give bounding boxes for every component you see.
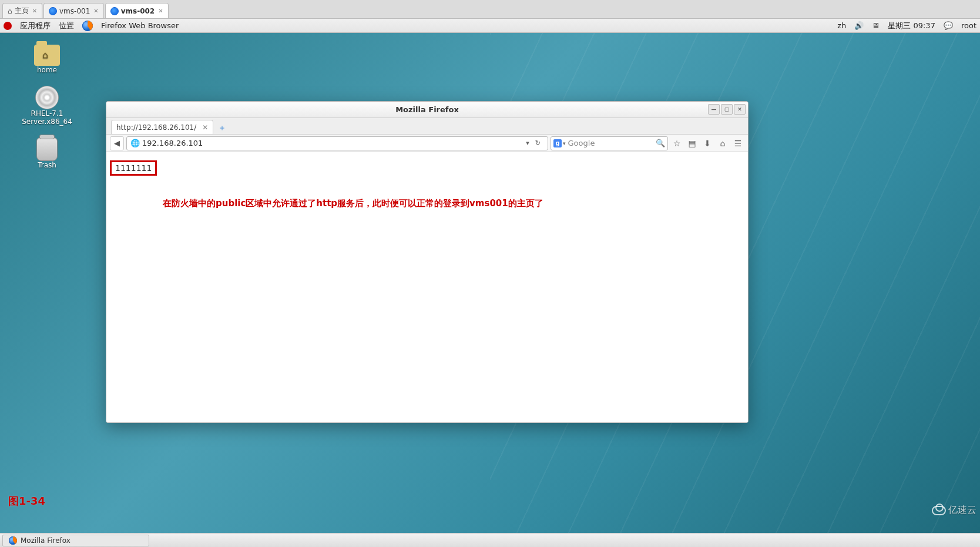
folder-icon <box>34 45 60 66</box>
tab-title: http://192.168.26.101/ <box>116 123 196 132</box>
window-title: Mozilla Firefox <box>395 105 459 114</box>
page-body-text: 1111111 <box>110 160 157 176</box>
running-app-label[interactable]: Firefox Web Browser <box>101 21 179 30</box>
desktop-icons: home RHEL-7.1 Server.x86_64 Trash <box>12 45 82 169</box>
close-button[interactable]: ✕ <box>734 104 746 115</box>
firefox-icon <box>49 7 57 15</box>
firefox-icon <box>9 536 17 545</box>
close-icon[interactable]: ✕ <box>32 8 37 14</box>
cloud-icon <box>932 506 946 515</box>
desktop-icon-disc[interactable]: RHEL-7.1 Server.x86_64 <box>12 86 82 126</box>
icon-label: Trash <box>38 161 56 169</box>
downloads-icon[interactable]: ⬇ <box>701 137 714 150</box>
watermark: 亿速云 <box>932 504 976 516</box>
desktop-icon-home[interactable]: home <box>12 45 82 74</box>
close-icon[interactable]: ✕ <box>202 123 208 132</box>
doc-tabs: ⌂ 主页 ✕ vms-001 ✕ vms-002 ✕ <box>0 0 980 19</box>
annotation-text: 在防火墙中的public区域中允许通过了http服务后，此时便可以正常的登录到v… <box>163 198 543 209</box>
disc-icon <box>35 86 59 109</box>
doc-tab-label: vms-002 <box>121 7 155 15</box>
minimize-button[interactable]: — <box>708 104 720 115</box>
taskbar-item-firefox[interactable]: Mozilla Firefox <box>2 535 149 546</box>
menu-places[interactable]: 位置 <box>59 21 74 31</box>
bottom-taskbar: Mozilla Firefox <box>0 533 980 547</box>
rhel-icon <box>4 22 12 30</box>
maximize-button[interactable]: ▢ <box>721 104 733 115</box>
doc-tab-vms001[interactable]: vms-001 ✕ <box>43 3 104 18</box>
firefox-icon <box>110 7 119 15</box>
search-bar[interactable]: g ▾ Google 🔍 <box>551 136 668 150</box>
firefox-window: Mozilla Firefox — ▢ ✕ http://192.168.26.… <box>106 101 749 423</box>
new-tab-button[interactable]: ＋ <box>216 122 229 134</box>
globe-icon: 🌐 <box>130 139 140 147</box>
bookmark-star-icon[interactable]: ☆ <box>670 137 683 150</box>
watermark-text: 亿速云 <box>948 504 976 516</box>
doc-tab-label: 主页 <box>15 6 29 16</box>
trash-icon <box>36 137 58 161</box>
doc-tab-vms002[interactable]: vms-002 ✕ <box>105 3 169 18</box>
page-content: 1111111 在防火墙中的public区域中允许通过了http服务后，此时便可… <box>106 152 748 422</box>
url-bar[interactable]: 🌐 192.168.26.101 ▾↻ <box>126 136 548 150</box>
doc-tab-home[interactable]: ⌂ 主页 ✕ <box>2 3 42 18</box>
icon-label: home <box>37 66 57 74</box>
search-placeholder: Google <box>568 139 595 147</box>
menu-applications[interactable]: 应用程序 <box>20 21 51 31</box>
menu-icon[interactable]: ☰ <box>731 137 744 150</box>
window-titlebar[interactable]: Mozilla Firefox — ▢ ✕ <box>106 102 748 118</box>
reader-icon[interactable]: ▤ <box>686 137 699 150</box>
firefox-tabstrip: http://192.168.26.101/ ✕ ＋ <box>106 118 748 135</box>
back-button[interactable]: ◀ <box>110 136 124 150</box>
doc-tab-label: vms-001 <box>59 7 90 15</box>
gnome-top-panel: 应用程序 位置 Firefox Web Browser zh 🔊 🖥 星期三 0… <box>0 19 980 33</box>
close-icon[interactable]: ✕ <box>93 8 98 14</box>
icon-label: RHEL-7.1 Server.x86_64 <box>12 109 82 126</box>
desktop-icon-trash[interactable]: Trash <box>12 137 82 169</box>
figure-caption: 图1-34 <box>8 494 45 508</box>
reload-button[interactable]: ↻ <box>532 139 544 147</box>
user-label[interactable]: root <box>961 21 976 30</box>
url-text: 192.168.26.101 <box>142 139 203 147</box>
taskbar-item-label: Mozilla Firefox <box>21 536 71 545</box>
clock[interactable]: 星期三 09:37 <box>888 21 935 31</box>
chevron-down-icon[interactable]: ▾ <box>563 140 566 146</box>
notification-icon[interactable]: 💬 <box>944 21 953 30</box>
close-icon[interactable]: ✕ <box>158 8 163 14</box>
search-icon[interactable]: 🔍 <box>656 139 665 147</box>
home-icon: ⌂ <box>8 7 12 15</box>
network-icon[interactable]: 🖥 <box>872 21 880 30</box>
google-icon: g <box>553 139 562 147</box>
chevron-down-icon[interactable]: ▾ <box>526 139 529 147</box>
firefox-launcher-icon[interactable] <box>82 21 93 31</box>
desktop: home RHEL-7.1 Server.x86_64 Trash Mozill… <box>0 33 980 533</box>
volume-icon[interactable]: 🔊 <box>854 21 864 30</box>
firefox-toolbar: ◀ 🌐 192.168.26.101 ▾↻ g ▾ Google 🔍 ☆ ▤ ⬇… <box>106 135 748 152</box>
browser-tab[interactable]: http://192.168.26.101/ ✕ <box>111 120 213 134</box>
home-icon[interactable]: ⌂ <box>716 137 729 150</box>
input-method-indicator[interactable]: zh <box>837 21 846 30</box>
